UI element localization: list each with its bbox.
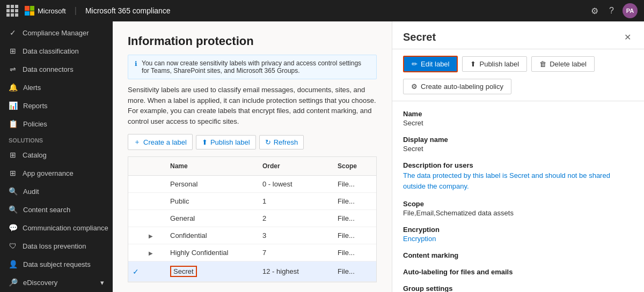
main-content: Information protection ℹ You can now cre…	[113, 21, 392, 292]
row-order-highly-confidential: 7	[258, 244, 333, 261]
field-group-settings: Group settings	[403, 284, 633, 292]
col-scope: Scope	[333, 160, 376, 172]
field-description: Description for users The data protected…	[403, 161, 633, 191]
sidebar-item-data-connectors[interactable]: ⇌ Data connectors	[0, 60, 113, 78]
side-panel-title: Secret	[403, 31, 436, 43]
sidebar-item-content-search[interactable]: 🔍 Content search	[0, 200, 113, 219]
expand-confidential-button[interactable]: ▶	[149, 233, 153, 239]
delete-label-button[interactable]: 🗑 Delete label	[531, 56, 595, 72]
field-encryption: Encryption Encryption	[403, 226, 633, 243]
app-title: Microsoft 365 compliance	[85, 6, 171, 15]
sidebar-item-app-governance[interactable]: ⊞ App governance	[0, 164, 113, 182]
sidebar: ✓ Compliance Manager ⊞ Data classificati…	[0, 21, 113, 292]
table-row[interactable]: Public 1 File...	[128, 193, 376, 210]
row-name-secret: Secret	[170, 266, 197, 277]
toolbar: ＋ Create a label ⬆ Publish label ↻ Refre…	[128, 134, 377, 150]
publish-label-panel-button[interactable]: ⬆ Publish label	[462, 56, 527, 72]
refresh-button[interactable]: ↻ Refresh	[259, 135, 304, 149]
table-row[interactable]: General 2 File...	[128, 210, 376, 227]
create-label-button[interactable]: ＋ Create a label	[128, 134, 193, 150]
field-auto-labeling: Auto-labeling for files and emails	[403, 268, 633, 276]
sidebar-item-reports[interactable]: 📊 Reports	[0, 96, 113, 115]
avatar[interactable]: PA	[623, 3, 638, 18]
sidebar-item-catalog[interactable]: ⊞ Catalog	[0, 146, 113, 164]
close-panel-button[interactable]: ✕	[622, 30, 633, 44]
data-connectors-icon: ⇌	[9, 65, 17, 73]
publish-label-button[interactable]: ⬆ Publish label	[196, 135, 256, 149]
field-scope: Scope File,Email,Schematized data assets	[403, 200, 633, 217]
sidebar-item-audit[interactable]: 🔍 Audit	[0, 182, 113, 200]
sidebar-item-alerts[interactable]: 🔔 Alerts	[0, 78, 113, 96]
table-row-secret[interactable]: ✓ Secret 12 - highest File...	[128, 261, 376, 282]
labels-table: Name Order Scope Personal 0 - lowest Fil…	[128, 156, 377, 282]
content-search-icon: 🔍	[9, 205, 18, 214]
row-name-confidential: Confidential	[166, 227, 258, 244]
publish-icon: ⬆	[202, 138, 208, 146]
policies-icon: 📋	[9, 119, 18, 128]
page-title: Information protection	[128, 34, 377, 48]
field-name: Name Secret	[403, 110, 633, 127]
row-name-personal: Personal	[166, 176, 258, 192]
row-order-personal: 0 - lowest	[258, 176, 333, 192]
sidebar-item-communication-compliance[interactable]: 💬 Communication compliance	[0, 219, 113, 237]
app-governance-icon: ⊞	[9, 169, 17, 177]
side-panel-body: Name Secret Display name Secret Descript…	[392, 101, 644, 292]
sidebar-item-policies[interactable]: 📋 Policies	[0, 115, 113, 133]
row-order-public: 1	[258, 193, 333, 209]
col-name: Name	[166, 160, 258, 172]
audit-icon: 🔍	[9, 187, 18, 196]
table-header: Name Order Scope	[128, 157, 376, 176]
edit-icon: ✏	[412, 60, 418, 68]
data-subject-requests-icon: 👤	[9, 260, 18, 268]
publish-label-icon: ⬆	[470, 60, 476, 68]
sidebar-item-data-classification[interactable]: ⊞ Data classification	[0, 42, 113, 60]
data-classification-icon: ⊞	[9, 47, 17, 55]
help-icon[interactable]: ?	[607, 4, 616, 18]
solutions-section-header: Solutions	[0, 133, 113, 146]
row-order-confidential: 3	[258, 227, 333, 244]
expand-highly-confidential-button[interactable]: ▶	[149, 250, 153, 256]
data-loss-prevention-icon: 🛡	[9, 242, 17, 250]
side-panel: Secret ✕ ✏ Edit label ⬆ Publish label 🗑 …	[392, 21, 644, 292]
field-content-marking: Content marking	[403, 251, 633, 259]
side-panel-header: Secret ✕	[392, 21, 644, 49]
info-banner: ℹ You can now create sensitivity labels …	[128, 55, 377, 79]
apps-icon[interactable]	[6, 5, 18, 17]
description-text: Sensitivity labels are used to classify …	[128, 85, 377, 126]
chevron-down-icon: ▾	[100, 279, 104, 287]
catalog-icon: ⊞	[9, 151, 17, 159]
sidebar-item-data-subject-requests[interactable]: 👤 Data subject requests	[0, 255, 113, 273]
row-name-general: General	[166, 210, 258, 227]
row-name-highly-confidential: Highly Confidential	[166, 244, 258, 261]
sidebar-item-ediscovery[interactable]: 🔎 eDiscovery ▾	[0, 273, 113, 291]
col-expand	[144, 160, 166, 172]
microsoft-logo: Microsoft	[25, 6, 66, 16]
row-name-public: Public	[166, 193, 258, 209]
compliance-manager-icon: ✓	[9, 28, 17, 37]
settings-icon[interactable]: ⚙	[589, 4, 601, 18]
col-order: Order	[258, 160, 333, 172]
edit-label-button[interactable]: ✏ Edit label	[403, 56, 458, 72]
refresh-icon: ↻	[265, 138, 271, 146]
table-row[interactable]: Personal 0 - lowest File...	[128, 176, 376, 193]
col-checkbox	[128, 160, 144, 172]
plus-icon: ＋	[134, 137, 141, 147]
reports-icon: 📊	[9, 101, 18, 110]
create-auto-labeling-button[interactable]: ⚙ Create auto-labeling policy	[403, 79, 511, 94]
auto-label-icon: ⚙	[411, 83, 418, 91]
ediscovery-icon: 🔎	[9, 278, 18, 287]
sidebar-item-compliance-manager[interactable]: ✓ Compliance Manager	[0, 24, 113, 42]
delete-icon: 🗑	[539, 60, 546, 68]
table-row[interactable]: ▶ Highly Confidential 7 File...	[128, 244, 376, 261]
communication-compliance-icon: 💬	[9, 223, 17, 232]
sidebar-item-data-loss-prevention[interactable]: 🛡 Data loss prevention	[0, 237, 113, 255]
info-icon: ℹ	[135, 60, 137, 68]
row-order-secret: 12 - highest	[258, 263, 333, 280]
table-row[interactable]: ▶ Confidential 3 File...	[128, 227, 376, 244]
company-name: Microsoft	[38, 7, 66, 15]
alerts-icon: 🔔	[9, 83, 18, 92]
topbar: Microsoft | Microsoft 365 compliance ⚙ ?…	[0, 0, 644, 21]
field-display-name: Display name Secret	[403, 136, 633, 153]
selected-checkmark-icon: ✓	[133, 267, 139, 276]
side-panel-actions: ✏ Edit label ⬆ Publish label 🗑 Delete la…	[392, 49, 644, 101]
